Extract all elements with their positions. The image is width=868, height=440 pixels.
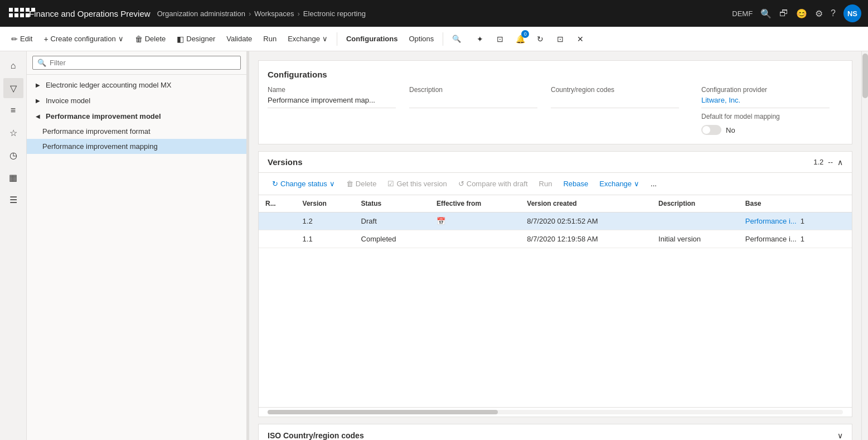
nav-filter: 🔍 — [27, 51, 246, 75]
validate-button[interactable]: Validate — [222, 32, 256, 45]
versions-toolbar: ↻ Change status ∨ 🗑 Delete ☑ Get this ve… — [259, 173, 852, 195]
recent-icon[interactable]: ◷ — [3, 145, 23, 165]
refresh-icon[interactable]: ↻ — [532, 31, 548, 47]
cell-description: Initial version — [652, 230, 739, 248]
command-separator-2 — [443, 32, 443, 46]
provider-value[interactable]: Litware, Inc. — [701, 96, 830, 108]
help-icon[interactable]: ? — [831, 8, 836, 18]
versions-collapse-icon[interactable]: ∧ — [837, 158, 843, 167]
command-bar: ✏ Edit + Create configuration ∨ 🗑 Delete… — [0, 27, 868, 51]
country-label: Country/region codes — [551, 86, 679, 94]
search-icon[interactable]: 🔍 — [760, 8, 772, 19]
favorites-icon[interactable]: ☆ — [3, 123, 23, 143]
tree-item-electronic-ledger[interactable]: ▶ Electronic ledger accounting model MX — [27, 77, 246, 93]
breadcrumb-sep-2: › — [298, 9, 300, 18]
cell-version-created: 8/7/2020 12:19:58 AM — [520, 230, 652, 248]
tree-item-performance-mapping[interactable]: Performance improvement mapping — [27, 139, 246, 154]
apps-icon[interactable] — [7, 6, 22, 21]
create-chevron-icon: ∨ — [118, 35, 124, 43]
designer-button[interactable]: ◧ Designer — [172, 32, 220, 46]
exchange-button[interactable]: Exchange ∨ — [283, 32, 332, 45]
filter-input[interactable] — [50, 59, 236, 67]
version-exchange-chevron: ∨ — [634, 180, 639, 188]
popout-icon[interactable]: ⊡ — [552, 31, 568, 47]
more-options-button[interactable]: ... — [646, 177, 661, 190]
options-button[interactable]: Options — [404, 32, 438, 45]
cell-r — [259, 230, 296, 248]
col-r: R... — [259, 195, 296, 212]
cell-status: Draft — [355, 212, 430, 230]
tree-item-performance-format[interactable]: Performance improvement format — [27, 124, 246, 139]
versions-dash: -- — [828, 158, 833, 166]
cmd-right-icons: ✦ ⊡ 🔔 0 ↻ ⊡ ✕ — [472, 31, 588, 47]
breadcrumb-sep-1: › — [249, 9, 251, 18]
tree-item-invoice-model[interactable]: ▶ Invoice model — [27, 93, 246, 108]
notifications-icon[interactable]: 🗗 — [779, 8, 788, 18]
breadcrumb-item-1[interactable]: Organization administration — [157, 9, 245, 18]
version-run-button[interactable]: Run — [535, 177, 557, 190]
col-version-created: Version created — [520, 195, 652, 212]
breadcrumb-item-3[interactable]: Electronic reporting — [303, 9, 366, 18]
cell-effective-from: 📅 — [430, 212, 520, 230]
configurations-panel: Configurations Name Performance improvem… — [258, 60, 852, 144]
cell-effective-from — [430, 230, 520, 248]
col-description: Description — [652, 195, 739, 212]
run-button[interactable]: Run — [259, 32, 281, 45]
name-field: Name Performance improvement map... — [268, 86, 409, 135]
toggle-knob — [702, 126, 710, 134]
delete-icon: 🗑 — [135, 35, 143, 43]
version-delete-button[interactable]: 🗑 Delete — [342, 177, 381, 190]
settings-icon[interactable]: ⚙ — [815, 8, 823, 19]
filter-box[interactable]: 🔍 — [32, 56, 241, 70]
table-row[interactable]: 1.1 Completed 8/7/2020 12:19:58 AM Initi… — [259, 230, 852, 248]
versions-version: 1.2 — [813, 158, 823, 166]
name-value: Performance improvement map... — [268, 96, 396, 108]
create-configuration-button[interactable]: + Create configuration ∨ — [39, 32, 128, 46]
cmd-search-button[interactable]: 🔍 — [448, 32, 465, 45]
col-base: Base — [739, 195, 852, 212]
config-fields: Name Performance improvement map... Desc… — [268, 86, 843, 135]
description-field: Description — [409, 86, 551, 135]
avatar[interactable]: NS — [843, 4, 861, 22]
breadcrumb-item-2[interactable]: Workspaces — [254, 9, 294, 18]
default-toggle[interactable] — [701, 125, 721, 135]
filter-icon[interactable]: ▽ — [3, 78, 23, 98]
col-effective-from: Effective from — [430, 195, 520, 212]
country-field: Country/region codes — [551, 86, 692, 135]
table-row[interactable]: 1.2 Draft 📅 8/7/2020 02:51:52 AM Perform… — [259, 212, 852, 230]
calendar-icon[interactable]: 📅 — [437, 217, 445, 225]
base-link[interactable]: Performance i... — [745, 217, 797, 225]
get-this-version-button[interactable]: ☑ Get this version — [383, 177, 451, 190]
cell-base: Performance i... 1 — [739, 212, 852, 230]
horizontal-scrollbar[interactable] — [268, 410, 843, 414]
iso-title: ISO Country/region codes — [268, 431, 837, 440]
cell-version-created: 8/7/2020 02:51:52 AM — [520, 212, 652, 230]
tree-item-label: Invoice model — [46, 96, 240, 105]
tree-item-performance-model[interactable]: ◀ Performance improvement model — [27, 108, 246, 124]
version-exchange-button[interactable]: Exchange ∨ — [595, 177, 644, 190]
filter-search-icon: 🔍 — [37, 59, 46, 67]
home-icon[interactable]: ⌂ — [3, 56, 23, 76]
workspace-icon[interactable]: ▦ — [3, 167, 23, 187]
hamburger-icon[interactable]: ≡ — [3, 100, 23, 120]
close-icon[interactable]: ✕ — [573, 31, 588, 47]
compare-with-draft-button[interactable]: ↺ Compare with draft — [454, 177, 532, 190]
configurations-button[interactable]: Configurations — [342, 32, 402, 45]
change-status-button[interactable]: ↻ Change status ∨ — [268, 177, 340, 190]
default-toggle-row: No — [701, 125, 830, 135]
fullscreen-icon[interactable]: ⊡ — [492, 31, 508, 47]
rebase-button[interactable]: Rebase — [559, 177, 593, 190]
default-label-text: No — [726, 126, 735, 134]
emoji-icon[interactable]: 😊 — [796, 8, 807, 19]
toggle-row: Default for model mapping — [701, 113, 830, 120]
vertical-scrollbar[interactable] — [861, 51, 868, 440]
personalize-icon[interactable]: ✦ — [472, 31, 488, 47]
delete-button[interactable]: 🗑 Delete — [130, 32, 171, 46]
iso-collapse-icon[interactable]: ∨ — [837, 431, 843, 440]
notification-icon[interactable]: 🔔 0 — [512, 31, 528, 47]
edit-button[interactable]: ✏ Edit — [7, 32, 37, 46]
iso-panel: ISO Country/region codes ∨ — [258, 424, 852, 440]
edit-icon: ✏ — [11, 35, 18, 43]
list-icon[interactable]: ☰ — [3, 190, 23, 210]
description-value — [409, 96, 537, 108]
